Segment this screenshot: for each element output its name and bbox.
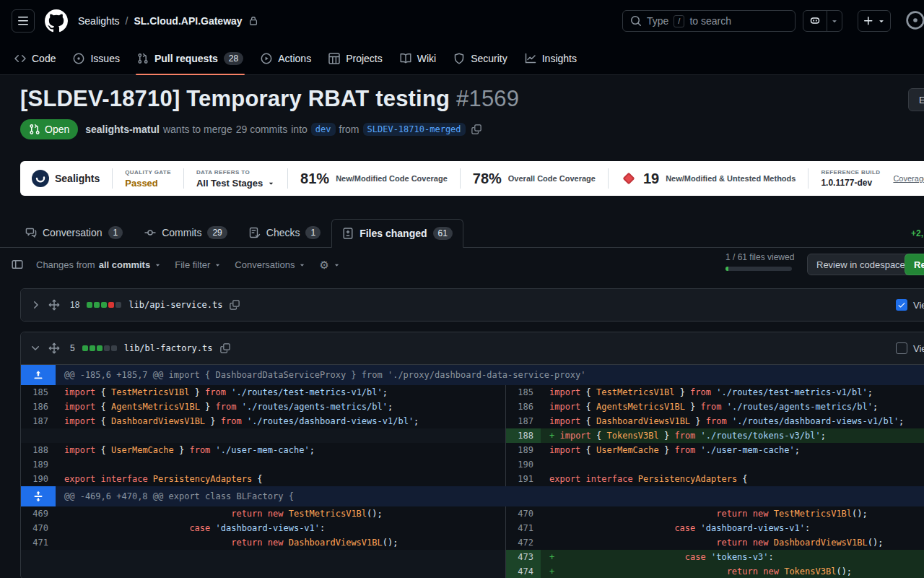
sealights-brand-name: Sealights: [55, 173, 100, 184]
nav-item-issues[interactable]: Issues: [66, 42, 126, 74]
viewed-toggle[interactable]: Viewed: [896, 338, 924, 358]
data-refers-value: All Test Stages: [196, 178, 263, 189]
diff-old-side: 187import { DashboardViewsV1BL } from '.…: [21, 414, 505, 428]
drag-handle-icon[interactable]: [48, 342, 60, 354]
line-number-old[interactable]: 186: [21, 400, 56, 414]
file-name[interactable]: lib/api-service.ts: [128, 300, 222, 310]
chevron-down-icon[interactable]: [30, 342, 41, 354]
hamburger-menu-button[interactable]: [12, 9, 35, 33]
diamond-icon: [622, 173, 635, 185]
review-in-codespace-button[interactable]: Review in codespace: [807, 254, 915, 275]
line-number-old[interactable]: 470: [21, 521, 56, 535]
line-number-old[interactable]: 188: [21, 443, 56, 457]
line-number-new[interactable]: 191: [506, 472, 541, 486]
conversations-dropdown[interactable]: Conversations: [235, 259, 306, 270]
line-number-old: [21, 564, 56, 578]
pr-author[interactable]: sealights-matul: [85, 124, 160, 135]
breadcrumb-repo[interactable]: SL.Cloud.API.Gateway: [134, 15, 242, 27]
diff-row: 188import { UserMemCache } from './user-…: [21, 443, 924, 457]
pr-state-badge: Open: [20, 119, 78, 139]
diffstat-blocks: [82, 345, 117, 351]
issues-header-icon[interactable]: [905, 10, 924, 33]
diff-row: 189190: [21, 457, 924, 472]
changes-from-dropdown[interactable]: Changes from all commits: [36, 259, 162, 270]
file-name[interactable]: lib/bl-factory.ts: [124, 343, 213, 353]
tab-files-changed[interactable]: Files changed61: [331, 219, 463, 248]
diff-new-side: 474+ return new TokensV3Bl();: [505, 564, 924, 578]
breadcrumb-org[interactable]: Sealights: [78, 15, 120, 27]
tab-commits[interactable]: Commits29: [134, 218, 238, 247]
diff-old-side: 470 case 'dashboard-views-v1':: [21, 521, 505, 535]
github-logo[interactable]: [45, 9, 68, 33]
copy-icon[interactable]: [230, 300, 240, 310]
file-diff-icon: [342, 228, 354, 239]
breadcrumb-separator: /: [126, 15, 128, 27]
diff-row: 186import { AgentsMetricsV1BL } from './…: [21, 400, 924, 414]
viewed-checkbox[interactable]: [896, 342, 907, 354]
line-number-new[interactable]: 189: [506, 443, 541, 457]
plus-icon: [863, 15, 874, 27]
copilot-button[interactable]: [803, 10, 842, 32]
review-changes-button[interactable]: Review changes: [905, 254, 924, 275]
line-number-old[interactable]: 469: [21, 506, 56, 521]
line-number-new[interactable]: 472: [506, 535, 541, 550]
diffstat-block: [97, 345, 103, 351]
nav-item-actions[interactable]: Actions: [253, 42, 318, 74]
base-branch-label[interactable]: dev: [311, 123, 336, 136]
diff-toolbar: Changes from all commits File filter Con…: [0, 248, 924, 281]
tab-label: Commits: [162, 227, 201, 238]
nav-item-security[interactable]: Security: [446, 42, 515, 74]
nav-item-projects[interactable]: Projects: [321, 42, 390, 74]
caret-down-icon[interactable]: [830, 17, 839, 25]
copy-icon[interactable]: [471, 124, 481, 134]
viewed-toggle[interactable]: Viewed: [896, 295, 924, 315]
data-refers-dropdown[interactable]: DATA REFERS TO All Test Stages: [196, 169, 275, 189]
github-pr-page: Sealights / SL.Cloud.API.Gateway Type / …: [0, 0, 924, 578]
viewed-label: Viewed: [913, 343, 924, 354]
drag-handle-icon[interactable]: [48, 299, 60, 311]
line-number-new[interactable]: 190: [506, 457, 541, 472]
line-number-old[interactable]: 185: [21, 385, 56, 400]
expand-hunk-button[interactable]: [21, 365, 56, 385]
sidebar-toggle-icon[interactable]: [12, 259, 23, 270]
line-number-new[interactable]: 471: [506, 521, 541, 535]
edit-button[interactable]: Edit: [908, 88, 924, 111]
conversations-label: Conversations: [235, 259, 295, 270]
tab-checks[interactable]: Checks1: [238, 218, 331, 247]
copy-icon[interactable]: [220, 343, 230, 353]
nav-item-insights[interactable]: Insights: [518, 42, 584, 74]
line-number-old[interactable]: 187: [21, 414, 56, 428]
slash-key-hint: /: [674, 15, 684, 27]
nav-item-pull-requests[interactable]: Pull requests28: [130, 42, 250, 74]
expand-hunk-button[interactable]: [21, 486, 56, 506]
chevron-right-icon[interactable]: [30, 299, 41, 311]
nav-item-wiki[interactable]: Wiki: [393, 42, 443, 74]
search-input[interactable]: Type / to search: [622, 10, 796, 32]
line-number-new[interactable]: 473: [506, 550, 541, 564]
nav-item-code[interactable]: Code: [7, 42, 63, 74]
gear-icon: ⚙: [319, 259, 328, 270]
line-number-new[interactable]: 188: [506, 428, 541, 443]
files-container: 18lib/api-service.tsViewed5lib/bl-factor…: [20, 288, 924, 578]
head-branch-label[interactable]: SLDEV-18710-merged: [363, 123, 466, 136]
diff-settings-dropdown[interactable]: ⚙: [319, 259, 340, 270]
line-number-new[interactable]: 470: [506, 506, 541, 521]
line-number-old[interactable]: 471: [21, 535, 56, 550]
diff-old-side: 185import { TestMetricsV1Bl } from './ro…: [21, 385, 505, 400]
sealights-quality-banner: Sealights QUALITY GATE Passed DATA REFER…: [20, 161, 924, 196]
create-new-button[interactable]: [858, 10, 891, 32]
viewed-checkbox[interactable]: [896, 299, 907, 311]
line-number-old[interactable]: 189: [21, 457, 56, 472]
line-number-new[interactable]: 185: [506, 385, 541, 400]
untested-methods-value: 19: [643, 171, 659, 187]
coverage-report-link[interactable]: Coverage report: [893, 174, 924, 183]
diff-old-side: [21, 550, 505, 564]
tab-conversation[interactable]: Conversation1: [14, 218, 134, 247]
line-number-new[interactable]: 186: [506, 400, 541, 414]
pull-request-icon: [29, 124, 40, 135]
file-filter-dropdown[interactable]: File filter: [175, 259, 222, 270]
tab-label: Files changed: [359, 228, 427, 239]
line-number-new[interactable]: 474: [506, 564, 541, 578]
line-number-new[interactable]: 187: [506, 414, 541, 428]
line-number-old[interactable]: 190: [21, 472, 56, 486]
